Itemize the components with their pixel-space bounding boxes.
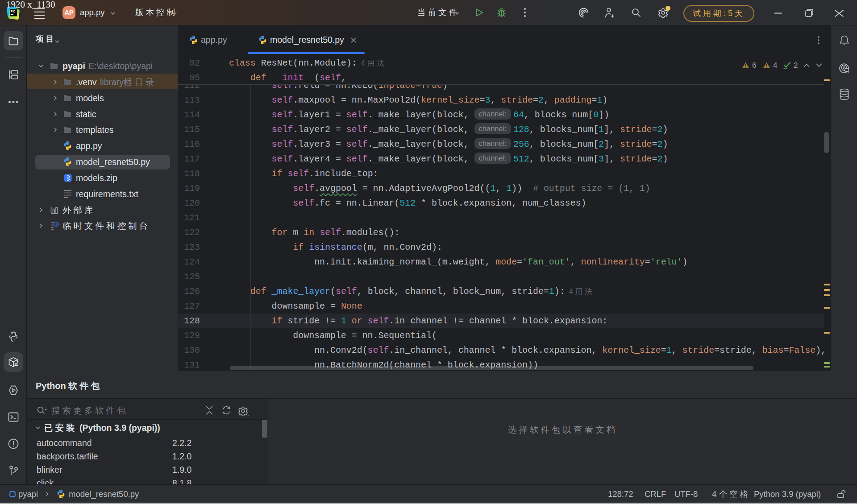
svg-text:PC: PC (11, 9, 16, 13)
